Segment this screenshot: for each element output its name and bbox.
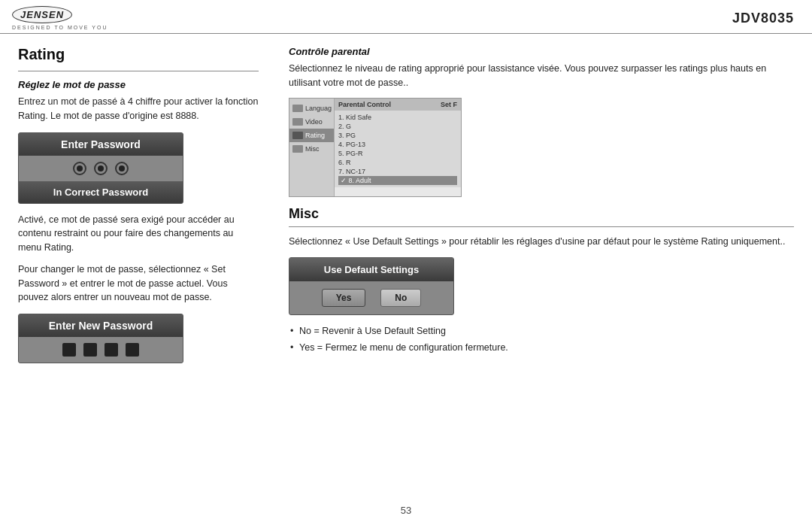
- misc-section: Misc Sélectionnez « Use Default Settings…: [289, 206, 794, 355]
- language-icon: [292, 105, 303, 112]
- parental-screenshot: Languag Video Rating Misc: [289, 98, 462, 197]
- rating-5: 5. PG-R: [338, 149, 457, 158]
- menu-item-language-label: Languag: [305, 105, 332, 112]
- left-paragraph3: Pour changer le mot de passe, sélectionn…: [18, 262, 259, 305]
- menu-item-misc: Misc: [289, 142, 334, 156]
- main-content: Rating Réglez le mot de passe Entrez un …: [0, 34, 812, 384]
- default-settings-buttons: Yes No: [289, 281, 453, 314]
- new-password-dots-row: [19, 337, 183, 363]
- rating-1: 1. Kid Safe: [338, 113, 457, 122]
- enter-new-password-title: Enter New Password: [19, 314, 183, 337]
- parental-section: Contrôle parental Sélectionnez le niveau…: [289, 46, 794, 197]
- password-dot-2: [94, 162, 108, 175]
- left-paragraph2: Activé, ce mot de passé sera exigé pour …: [18, 213, 259, 255]
- left-subsection-title: Réglez le mot de passe: [18, 79, 259, 90]
- menu-item-video-label: Video: [305, 118, 323, 126]
- misc-icon: [292, 145, 303, 153]
- incorrect-password-label: In Correct Password: [19, 181, 183, 203]
- logo-text: JENSEN: [20, 9, 64, 20]
- bullet-text-1: No = Revenir à Use Default Setting: [299, 326, 446, 336]
- rating-4: 4. PG-13: [338, 140, 457, 149]
- no-button[interactable]: No: [380, 289, 421, 307]
- section-title: Rating: [18, 46, 259, 63]
- bullet-text-2: Yes = Fermez le menu de configuration fe…: [299, 342, 508, 353]
- rating-7: 7. NC-17: [338, 167, 457, 176]
- menu-item-video: Video: [289, 115, 334, 129]
- parental-left-menu: Languag Video Rating Misc: [289, 99, 335, 196]
- menu-item-language: Languag: [289, 102, 334, 115]
- enter-new-password-box: Enter New Password: [18, 314, 183, 363]
- page-number: 53: [401, 505, 411, 516]
- default-settings-title: Use Default Settings: [289, 258, 453, 281]
- parental-right-content: Parental Control Set F 1. Kid Safe 2. G …: [335, 99, 461, 196]
- parental-paragraph: Sélectionnez le niveau de rating appropr…: [289, 62, 794, 90]
- parental-screenshot-inner: Languag Video Rating Misc: [289, 99, 461, 196]
- parental-subsection-title: Contrôle parental: [289, 46, 794, 57]
- parental-header-left: Parental Control: [338, 101, 391, 108]
- left-column: Rating Réglez le mot de passe Entrez un …: [18, 46, 259, 372]
- model-number: JDV8035: [732, 11, 794, 26]
- parental-rating-list: 1. Kid Safe 2. G 3. PG 4. PG-13 5. PG-R …: [335, 111, 461, 187]
- parental-right-header: Parental Control Set F: [335, 99, 461, 111]
- enter-password-title: Enter Password: [19, 133, 183, 156]
- parental-header-right: Set F: [441, 101, 457, 108]
- logo-oval: JENSEN: [12, 6, 72, 23]
- section-divider: [18, 71, 259, 71]
- yes-button[interactable]: Yes: [322, 289, 366, 307]
- video-icon: [292, 118, 303, 126]
- password-dot-1: [73, 162, 86, 175]
- default-settings-box: Use Default Settings Yes No: [289, 257, 454, 315]
- password-dots-row: [19, 156, 183, 181]
- new-password-dot-3: [105, 343, 118, 357]
- new-password-dot-1: [62, 343, 76, 357]
- left-paragraph1: Entrez un mot de passé à 4 chiffre pour …: [18, 95, 259, 123]
- rating-8: ✓ 8. Adult: [338, 176, 457, 185]
- rating-3: 3. PG: [338, 131, 457, 140]
- logo-tagline: DESIGNED TO MOVE YOU: [12, 25, 108, 30]
- new-password-dot-2: [83, 343, 97, 357]
- rating-icon: [292, 132, 303, 139]
- misc-title: Misc: [289, 206, 794, 222]
- rating-2: 2. G: [338, 122, 457, 131]
- menu-item-misc-label: Misc: [305, 145, 320, 153]
- bullet-item-2: Yes = Fermez le menu de configuration fe…: [289, 341, 794, 355]
- menu-item-rating: Rating: [289, 129, 334, 142]
- new-password-dot-4: [126, 343, 139, 357]
- logo-container: JENSEN DESIGNED TO MOVE YOU: [12, 6, 108, 30]
- menu-item-rating-label: Rating: [305, 132, 325, 139]
- rating-6: 6. R: [338, 158, 457, 167]
- misc-divider: [289, 226, 794, 227]
- enter-password-box: Enter Password In Correct Password: [18, 132, 183, 204]
- bullet-item-1: No = Revenir à Use Default Setting: [289, 324, 794, 338]
- password-dot-3: [115, 162, 129, 175]
- misc-paragraph: Sélectionnez « Use Default Settings » po…: [289, 235, 794, 249]
- header: JENSEN DESIGNED TO MOVE YOU JDV8035: [0, 0, 812, 34]
- misc-bullet-list: No = Revenir à Use Default Setting Yes =…: [289, 324, 794, 355]
- right-column: Contrôle parental Sélectionnez le niveau…: [277, 46, 794, 372]
